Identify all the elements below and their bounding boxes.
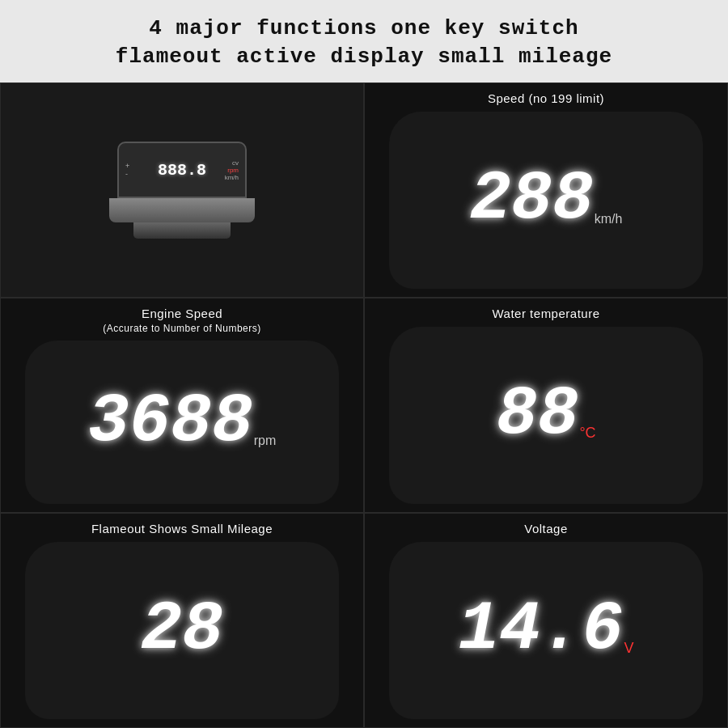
device-stand xyxy=(133,222,231,239)
cell-device: + - 888.8 cv rpm km/h xyxy=(0,83,364,298)
mileage-display: 28 xyxy=(141,599,223,662)
header-line1: 4 major functions one key switch xyxy=(16,15,712,43)
cv-label: cv xyxy=(232,159,239,167)
header-text: 4 major functions one key switch flameou… xyxy=(16,15,712,71)
cell-mileage: Flameout Shows Small Mileage 28 xyxy=(0,513,364,728)
speed-screen: 288 km/h xyxy=(389,112,704,289)
device-screen-labels: cv rpm km/h xyxy=(225,159,239,181)
mileage-value: 28 xyxy=(141,599,223,662)
device-mock: + - 888.8 cv rpm km/h xyxy=(109,142,255,239)
kmh-label: km/h xyxy=(225,174,239,181)
speed-label: Speed (no 199 limit) xyxy=(488,91,604,105)
voltage-display: 14.6 V xyxy=(458,599,633,662)
engine-unit: rpm xyxy=(254,434,277,448)
water-value: 88 xyxy=(496,384,578,447)
cell-voltage: Voltage 14.6 V xyxy=(364,513,728,728)
cell-water: Water temperature 88 °C xyxy=(364,298,728,513)
rpm-label: rpm xyxy=(227,167,239,174)
engine-value: 3688 xyxy=(88,392,253,454)
engine-label: Engine Speed (Accurate to Number of Numb… xyxy=(103,307,261,334)
voltage-screen: 14.6 V xyxy=(389,542,704,719)
mileage-label: Flameout Shows Small Mileage xyxy=(91,522,273,535)
voltage-value: 14.6 xyxy=(458,599,623,662)
cell-engine: Engine Speed (Accurate to Number of Numb… xyxy=(0,298,364,513)
water-label: Water temperature xyxy=(493,307,600,320)
water-screen: 88 °C xyxy=(389,327,704,504)
device-base xyxy=(109,198,255,222)
voltage-label: Voltage xyxy=(524,522,568,535)
header: 4 major functions one key switch flameou… xyxy=(0,0,728,83)
speed-unit: km/h xyxy=(595,212,623,226)
cell-speed: Speed (no 199 limit) 288 km/h xyxy=(364,83,728,298)
header-line2: flameout active display small mileage xyxy=(16,43,712,71)
water-unit: °C xyxy=(579,425,595,442)
water-display: 88 °C xyxy=(496,384,595,447)
speed-value: 288 xyxy=(470,169,594,231)
speed-display: 288 km/h xyxy=(470,169,623,231)
device-container: + - 888.8 cv rpm km/h xyxy=(7,91,357,289)
page: 4 major functions one key switch flameou… xyxy=(0,0,728,728)
mileage-screen: 28 xyxy=(25,542,340,719)
plus-minus-indicators: + - xyxy=(125,162,129,178)
engine-screen: 3688 rpm xyxy=(25,341,340,504)
device-screen: + - 888.8 cv rpm km/h xyxy=(117,142,247,198)
voltage-unit: V xyxy=(624,640,634,657)
engine-display: 3688 rpm xyxy=(88,392,277,454)
device-screen-value: 888.8 xyxy=(158,161,206,180)
grid: + - 888.8 cv rpm km/h xyxy=(0,83,728,728)
